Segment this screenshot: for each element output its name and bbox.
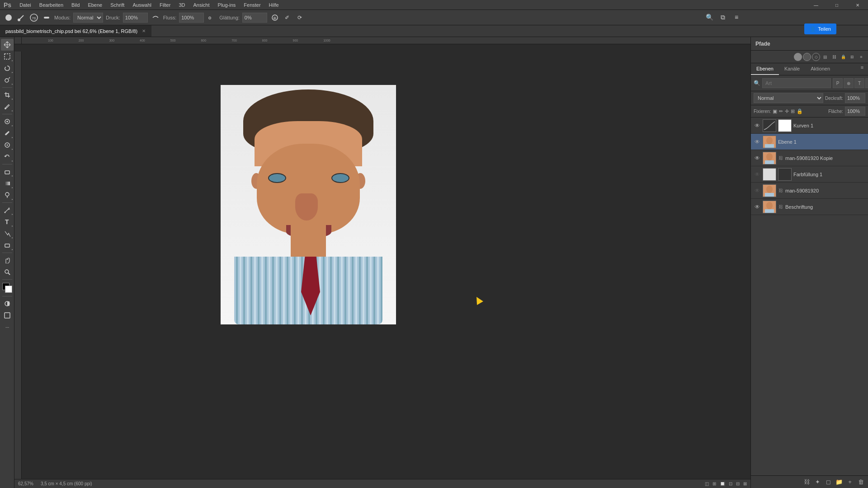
menu-filter[interactable]: Filter [156,1,174,9]
layer-item-beschriftung[interactable]: 👁 ⛓ Beschriftung [751,199,868,215]
quick-select-tool[interactable]: ▸ [1,74,14,86]
layer-search-input[interactable] [762,78,831,88]
document-tab[interactable]: passbild_biometrisch_chip.psd bei 62,6% … [0,25,151,37]
menu-schrift[interactable]: Schrift [107,1,128,9]
spot-heal-tool[interactable]: ▸ [1,116,14,127]
share-button[interactable]: 👤 Teilen [804,23,836,34]
mode-select[interactable]: Normal [73,13,103,23]
panel-menu-icon[interactable]: ≡ [858,63,866,71]
panel-more-icon[interactable]: ≡ [857,53,865,61]
selection-tool[interactable]: ▸ [1,51,14,62]
layer-lock-row: Fixieren: ▣ ✏ ✛ ⊞ 🔒 Fläche: [751,105,868,117]
brush-extra-icon[interactable]: ⟳ [295,13,305,23]
eraser-tool[interactable]: ▸ [1,166,14,178]
glattung-input[interactable] [242,13,267,23]
layer-visibility-ebene1[interactable]: 👁 [754,138,761,145]
eyedropper-tool[interactable]: ▸ [1,101,14,113]
lock-all-icon[interactable]: 🔒 [797,108,803,114]
menu-ebene[interactable]: Ebene [84,1,106,9]
menu-plugins[interactable]: Plug-ins [214,1,240,9]
link-layer-icon[interactable]: ⛓ [802,478,811,487]
screen-mode-tool[interactable] [1,310,14,321]
close-button[interactable]: ✕ [847,0,868,10]
clone-tool[interactable]: ▸ [1,139,14,151]
panel-dot-1[interactable] [794,53,802,61]
menu-bild[interactable]: Bild [68,1,83,9]
canvas-background[interactable] [22,44,750,479]
new-group-icon[interactable]: 📁 [835,478,844,487]
panel-grid-icon[interactable]: ⊞ [848,53,856,61]
filter-pixel-btn[interactable]: P [833,78,843,88]
move-tool[interactable] [1,39,14,51]
new-layer-icon[interactable]: + [845,478,854,487]
more-tools[interactable]: ··· [1,321,14,333]
filter-shape-btn[interactable]: ▱ [865,78,868,88]
lock-position-icon[interactable]: ✛ [785,108,789,114]
tab-kanale[interactable]: Kanäle [779,63,805,75]
lock-transparent-icon[interactable]: ▣ [773,108,777,114]
panel-adjust-icon[interactable]: ▤ [821,53,829,61]
hand-tool[interactable] [1,254,14,266]
panel-link-icon[interactable]: ⛓ [830,53,838,61]
panel-lock-icon[interactable]: 🔒 [839,53,847,61]
panel-dot-3[interactable]: ◇ [812,53,820,61]
arrange-icon[interactable]: ⧉ [718,12,728,22]
menu-3d[interactable]: 3D [175,1,189,9]
layer-visibility-man-kopie[interactable]: 👁 [754,155,761,162]
dodge-tool[interactable]: ▸ [1,189,14,201]
shape-tool[interactable]: ▸ [1,239,14,251]
lasso-tool[interactable]: ▸ [1,62,14,74]
search-icon[interactable]: 🔍 [704,12,714,22]
filter-adj-btn[interactable]: ⊕ [844,78,854,88]
druck-input[interactable] [123,13,148,23]
delete-layer-icon[interactable]: 🗑 [856,478,865,487]
maximize-button[interactable]: □ [826,0,847,10]
pen-tool[interactable]: ▸ [1,204,14,216]
fill-input[interactable] [845,107,865,116]
menu-auswahl[interactable]: Auswahl [129,1,155,9]
tab-aktionen[interactable]: Aktionen [805,63,835,75]
lock-artboard-icon[interactable]: ⊞ [791,108,795,114]
layer-item-man-orig[interactable]: 👁 ⛓ man-59081920 [751,183,868,199]
status-icon-3: 🔲 [720,481,725,486]
layer-mode-select[interactable]: Normal [754,93,823,103]
color-swatch[interactable] [2,283,12,293]
menu-hilfe[interactable]: Hilfe [265,1,283,9]
fluss-input[interactable] [179,13,204,23]
history-brush-tool[interactable]: ▸ [1,151,14,163]
layer-item-farbfullung[interactable]: 👁 Farbfüllung 1 [751,166,868,183]
add-mask-icon[interactable]: ◻ [824,478,833,487]
menu-bearbeiten[interactable]: Bearbeiten [36,1,67,9]
workspace-icon[interactable]: ≡ [731,12,741,22]
airbrush-icon[interactable] [151,13,160,23]
filter-text-btn[interactable]: T [854,78,864,88]
crop-tool[interactable]: ▸ [1,89,14,101]
menu-ansicht[interactable]: Ansicht [189,1,213,9]
tab-close-icon[interactable]: ✕ [142,28,146,33]
layer-item-ebene1[interactable]: 👁 Ebene 1 [751,134,868,150]
pressure-icon[interactable]: ⊕ [270,13,280,23]
menu-fenster[interactable]: Fenster [240,1,264,9]
opacity-input[interactable] [845,93,865,103]
path-select-tool[interactable]: ▸ [1,228,14,239]
brush-tool[interactable]: ▸ [1,127,14,139]
panel-dot-2[interactable] [803,53,811,61]
layer-visibility-beschriftung[interactable]: 👁 [754,203,761,211]
zoom-tool[interactable] [1,266,14,278]
layer-mask-kurven1 [778,119,792,132]
fixieren-label: Fixieren: [754,109,771,114]
text-tool[interactable]: T ▸ [1,216,14,228]
eye-left-shape [268,173,286,183]
layer-item-kurven1[interactable]: 👁 Kurven 1 [751,117,868,134]
tablet-icon[interactable]: ✐ [283,13,292,23]
add-style-icon[interactable]: ✦ [813,478,822,487]
background-color[interactable] [5,286,12,293]
gradient-tool[interactable]: ▸ [1,178,14,189]
menu-datei[interactable]: Datei [16,1,35,9]
layer-item-man-kopie[interactable]: 👁 ⛓ man-59081920 Kopie [751,150,868,166]
tab-ebenen[interactable]: Ebenen [751,63,779,75]
lock-image-icon[interactable]: ✏ [779,108,783,114]
quick-mask-tool[interactable] [1,298,14,310]
layer-visibility-kurven1[interactable]: 👁 [754,122,761,129]
minimize-button[interactable]: — [806,0,826,10]
